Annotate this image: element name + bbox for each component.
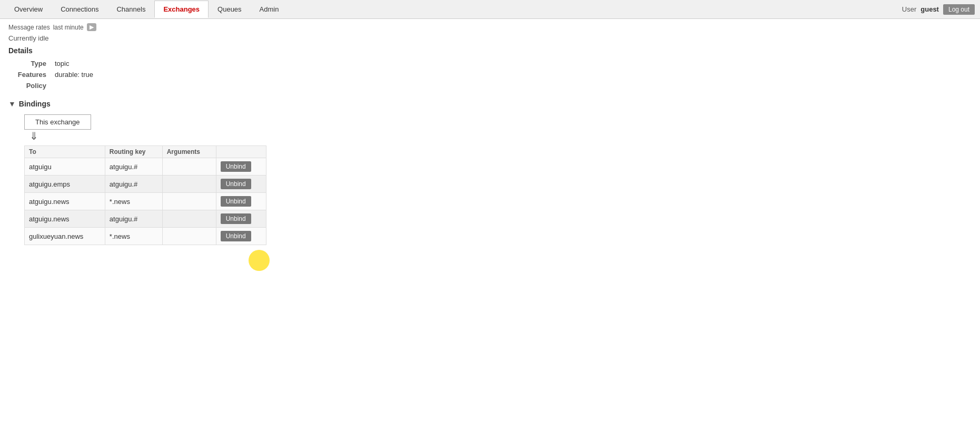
unbind-button[interactable]: Unbind [221, 196, 251, 207]
top-nav: Overview Connections Channels Exchanges … [0, 0, 980, 19]
main-content: Message rates last minute ▶ Currently id… [0, 19, 980, 249]
cell-action: Unbind [216, 176, 266, 193]
unbind-button[interactable]: Unbind [221, 161, 251, 172]
cell-action: Unbind [216, 158, 266, 176]
details-key-policy: Policy [8, 80, 51, 91]
unbind-button[interactable]: Unbind [221, 231, 251, 241]
exchange-box: This exchange [24, 114, 91, 130]
details-row-features: Features durable: true [8, 69, 97, 80]
cell-action: Unbind [216, 228, 266, 245]
col-to: To [25, 146, 105, 158]
cell-arguments [162, 210, 216, 228]
unbind-button[interactable]: Unbind [221, 213, 251, 224]
bindings-table-wrapper: To Routing key Arguments atguiguatguigu.… [24, 145, 972, 245]
idle-status: Currently idle [8, 34, 972, 42]
user-label: User [902, 5, 916, 13]
cell-arguments [162, 228, 216, 245]
cell-arguments [162, 158, 216, 176]
cell-to: atguigu.emps [25, 176, 105, 193]
table-row: atguigu.empsatguigu.#Unbind [25, 176, 266, 193]
cell-to: atguigu [25, 158, 105, 176]
cell-to: atguigu.news [25, 210, 105, 228]
collapse-arrow-icon: ▼ [8, 100, 16, 108]
details-val-features: durable: true [51, 69, 97, 80]
cell-to: atguigu.news [25, 193, 105, 210]
refresh-badge[interactable]: ▶ [87, 23, 96, 31]
col-routing-key: Routing key [105, 146, 162, 158]
down-arrow-icon: ⇓ [29, 131, 38, 141]
logout-button[interactable]: Log out [943, 4, 975, 15]
details-row-policy: Policy [8, 80, 97, 91]
table-row: gulixueyuan.news*.newsUnbind [25, 228, 266, 245]
details-val-type: topic [51, 58, 97, 69]
nav-channels[interactable]: Channels [107, 1, 154, 18]
cell-to: gulixueyuan.news [25, 228, 105, 245]
cell-arguments [162, 176, 216, 193]
exchange-box-wrapper: This exchange ⇓ [24, 114, 972, 141]
col-arguments: Arguments [162, 146, 216, 158]
table-row: atguiguatguigu.#Unbind [25, 158, 266, 176]
bindings-title: Bindings [19, 100, 51, 108]
details-table: Type topic Features durable: true Policy [8, 58, 97, 91]
col-action [216, 146, 266, 158]
cell-routing-key: *.news [105, 193, 162, 210]
table-row: atguigu.newsatguigu.#Unbind [25, 210, 266, 228]
details-section: Details Type topic Features durable: tru… [8, 46, 972, 91]
unbind-button[interactable]: Unbind [221, 179, 251, 189]
details-key-features: Features [8, 69, 51, 80]
cell-routing-key: atguigu.# [105, 210, 162, 228]
bindings-table: To Routing key Arguments atguiguatguigu.… [24, 145, 266, 245]
cell-action: Unbind [216, 193, 266, 210]
cell-routing-key: *.news [105, 228, 162, 245]
cell-arguments [162, 193, 216, 210]
nav-exchanges[interactable]: Exchanges [154, 1, 209, 18]
table-row: atguigu.news*.newsUnbind [25, 193, 266, 210]
bindings-section: ▼ Bindings This exchange ⇓ To Routing ke… [8, 100, 972, 245]
user-area: User guest Log out [902, 4, 975, 15]
details-key-type: Type [8, 58, 51, 69]
message-rates-bar: Message rates last minute ▶ [8, 23, 972, 31]
nav-queues[interactable]: Queues [209, 1, 251, 18]
cell-routing-key: atguigu.# [105, 158, 162, 176]
nav-admin[interactable]: Admin [251, 1, 288, 18]
bindings-header[interactable]: ▼ Bindings [8, 100, 972, 108]
bindings-table-header-row: To Routing key Arguments [25, 146, 266, 158]
cell-routing-key: atguigu.# [105, 176, 162, 193]
details-val-policy [51, 80, 97, 91]
nav-connections[interactable]: Connections [52, 1, 107, 18]
nav-overview[interactable]: Overview [5, 1, 52, 18]
message-rates-interval: last minute [53, 24, 84, 31]
cell-action: Unbind [216, 210, 266, 228]
nav-items: Overview Connections Channels Exchanges … [5, 1, 902, 18]
details-row-type: Type topic [8, 58, 97, 69]
username: guest [920, 5, 939, 13]
details-title: Details [8, 46, 972, 55]
message-rates-label: Message rates [8, 24, 50, 31]
